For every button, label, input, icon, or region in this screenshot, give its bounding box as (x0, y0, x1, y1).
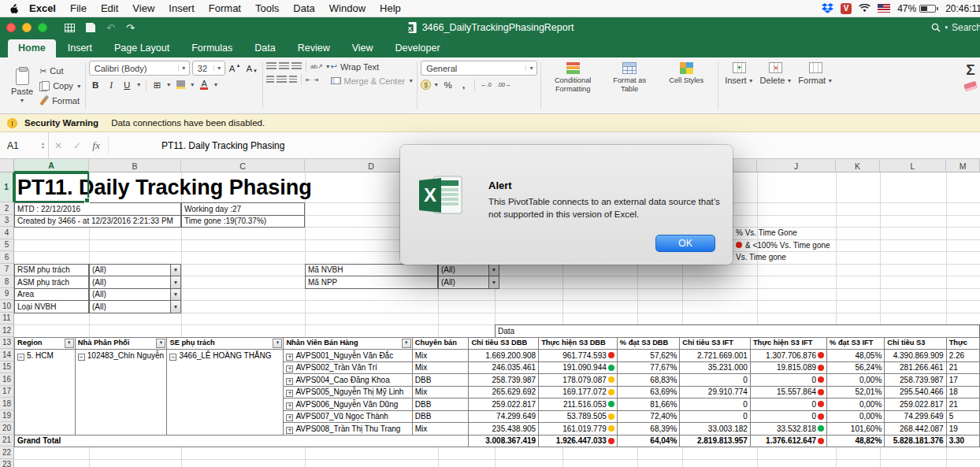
merge-center-button[interactable]: Merge & Center▼ (331, 75, 414, 87)
format-painter-button[interactable]: Format (39, 95, 82, 107)
col-header-B[interactable]: B (89, 159, 181, 172)
insert-cells-button[interactable]: +Insert▼ (722, 61, 756, 111)
bold-button[interactable]: B (89, 78, 102, 91)
expand-collapse-button[interactable]: + (286, 390, 293, 397)
pivot-header-filter-icon[interactable]: ▼ (273, 339, 282, 349)
tab-formulas[interactable]: Formulas (181, 39, 243, 57)
align-middle-button[interactable] (279, 62, 289, 70)
autosum-button[interactable]: Σ (966, 62, 974, 77)
menu-edit[interactable]: Edit (94, 2, 125, 14)
menu-excel[interactable]: Excel (22, 2, 63, 14)
menu-help[interactable]: Help (373, 2, 408, 14)
delete-cells-button[interactable]: ✕Delete▼ (757, 61, 796, 111)
row-header-21[interactable]: 21 (0, 435, 13, 447)
clear-button[interactable] (963, 81, 978, 92)
menu-view[interactable]: View (125, 2, 161, 14)
minimize-window-button[interactable] (22, 23, 32, 32)
zoom-window-button[interactable] (38, 23, 47, 32)
tab-home[interactable]: Home (8, 39, 56, 57)
increase-indent-button[interactable]: ⇥ (314, 76, 319, 83)
menu-file[interactable]: File (63, 2, 94, 14)
pivot-header-ch-ti-u-s3-dbb[interactable]: Chỉ tiêu S3 DBB (469, 337, 539, 350)
cut-button[interactable]: ✂Cut (39, 65, 82, 77)
filter-m-npp-dropdown-button[interactable]: ▼ (488, 276, 499, 288)
select-all-corner[interactable] (0, 159, 14, 172)
col-header-J[interactable]: J (757, 159, 836, 172)
increase-decimal-button[interactable]: ←.0 (479, 78, 493, 91)
pivot-header-th-c-hi-n-s3-dbb[interactable]: Thực hiện S3 DBB (539, 337, 618, 350)
expand-collapse-button[interactable]: + (286, 354, 293, 361)
redo-icon[interactable]: ↷ (126, 23, 135, 33)
name-box[interactable]: A1 ▲▼ (0, 132, 49, 158)
percent-style-button[interactable]: % (441, 78, 455, 91)
dialog-ok-button[interactable]: OK (655, 235, 715, 252)
row-header-8[interactable]: 8 (0, 276, 13, 288)
filter-lo-i-nvbh-value[interactable]: (All)▼ (89, 300, 181, 313)
borders-button[interactable]: ⊞ (150, 78, 164, 91)
format-as-table-button[interactable]: Format as Table (601, 61, 658, 111)
expand-collapse-button[interactable]: + (286, 378, 293, 385)
comma-style-button[interactable]: , (457, 78, 470, 91)
filter-area-dropdown-button[interactable]: ▼ (170, 289, 180, 301)
col-header-K[interactable]: K (836, 159, 880, 172)
menu-insert[interactable]: Insert (161, 2, 202, 14)
menu-format[interactable]: Format (202, 2, 248, 14)
expand-collapse-button[interactable]: − (169, 354, 176, 361)
menu-window[interactable]: Window (322, 2, 373, 14)
row-header-23[interactable]: 23 (0, 459, 13, 467)
decrease-font-size-button[interactable]: A▼ (244, 61, 259, 75)
filter-rsm-ph-tr-ch-dropdown-button[interactable]: ▼ (170, 265, 180, 276)
close-window-button[interactable] (6, 23, 16, 32)
font-color-button[interactable]: A (198, 78, 211, 91)
copy-button[interactable]: Copy▼ (39, 80, 82, 92)
expand-collapse-button[interactable]: − (17, 354, 24, 361)
tab-insert[interactable]: Insert (58, 39, 102, 57)
pivot-header-filter-icon[interactable]: ▼ (65, 339, 74, 349)
expand-collapse-button[interactable]: + (286, 427, 293, 434)
menu-tools[interactable]: Tools (248, 2, 286, 14)
orientation-button[interactable]: ab↗ (310, 63, 323, 70)
align-right-button[interactable] (289, 76, 297, 83)
wifi-icon[interactable] (859, 4, 870, 13)
row-header-2[interactable]: 2 (0, 202, 13, 215)
toolbar-grid-icon[interactable] (65, 24, 75, 32)
align-center-button[interactable] (277, 76, 287, 83)
number-format-select[interactable]: General▼ (421, 61, 537, 76)
row-header-1[interactable]: 1 (0, 172, 14, 202)
filter-rsm-ph-tr-ch-value[interactable]: (All)▼ (89, 264, 181, 277)
underline-button[interactable]: U (121, 78, 134, 91)
font-size-select[interactable]: 32▼ (192, 61, 225, 76)
filter-m-npp-value[interactable]: (All)▼ (438, 276, 499, 289)
decrease-indent-button[interactable]: ⇤ (306, 76, 311, 83)
row-header-13[interactable]: 13 (0, 337, 13, 350)
row-header-22[interactable]: 22 (0, 447, 13, 459)
row-header-11[interactable]: 11 (0, 313, 13, 325)
expand-collapse-button[interactable]: − (78, 354, 85, 361)
conditional-formatting-button[interactable]: Conditional Formatting (544, 61, 601, 111)
input-language-flag-icon[interactable] (878, 4, 890, 13)
row-header-19[interactable]: 19 (0, 410, 13, 423)
row-header-5[interactable]: 5 (0, 239, 13, 252)
insert-function-icon[interactable]: fx (92, 139, 100, 152)
formula-content[interactable]: PT11. Daily Tracking Phasing (161, 140, 285, 151)
italic-button[interactable]: I (105, 78, 118, 91)
pivot-header-filter-icon[interactable]: ▼ (402, 339, 411, 349)
search-field[interactable]: ▾ Search (931, 22, 980, 33)
align-top-button[interactable] (266, 62, 277, 70)
filter-m-nvbh-value[interactable]: (All)▼ (438, 264, 499, 277)
cell-styles-button[interactable]: Cell Styles (658, 61, 715, 111)
filter-asm-ph-tr-ch-dropdown-button[interactable]: ▼ (170, 276, 180, 288)
fill-color-button[interactable] (174, 78, 187, 91)
pivot-header-chuy-n-b-n[interactable]: Chuyên bán (412, 337, 469, 350)
apple-menu-icon[interactable] (9, 2, 19, 14)
v-app-icon[interactable]: V (841, 3, 852, 14)
format-cells-button[interactable]: Format▼ (795, 61, 836, 111)
expand-collapse-button[interactable]: + (286, 402, 293, 410)
tab-view[interactable]: View (342, 39, 384, 57)
undo-icon[interactable]: ↶ (106, 23, 115, 33)
cancel-entry-icon[interactable]: ✕ (54, 140, 62, 151)
pivot-header-th-c-hi-n-s3-ift[interactable]: Thực hiện S3 IFT (750, 337, 826, 350)
align-bottom-button[interactable] (291, 62, 302, 70)
col-header-L[interactable]: L (880, 159, 946, 172)
wrap-text-button[interactable]: ↩Wrap Text (331, 61, 414, 72)
